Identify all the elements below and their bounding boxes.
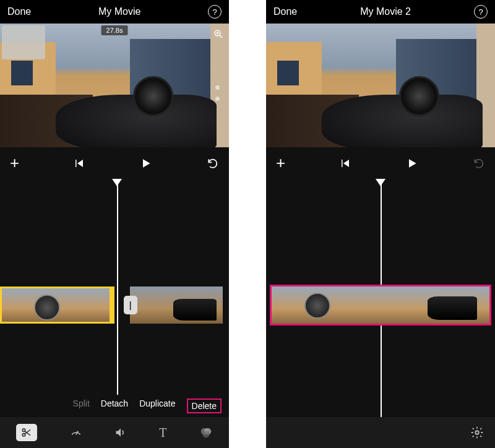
text-tool-icon[interactable]: T bbox=[159, 426, 166, 440]
speed-tool-icon[interactable] bbox=[70, 426, 82, 439]
tool-bar: T bbox=[0, 417, 229, 448]
video-preview[interactable]: 27.8s bbox=[0, 24, 229, 147]
filters-tool-icon[interactable] bbox=[199, 426, 213, 439]
add-media-button[interactable]: + bbox=[10, 153, 19, 173]
svg-point-19 bbox=[475, 431, 479, 434]
clip[interactable] bbox=[381, 286, 489, 324]
transport-controls: + bbox=[266, 147, 495, 179]
timeline[interactable] bbox=[266, 179, 495, 417]
svg-rect-16 bbox=[342, 160, 343, 167]
undo-button[interactable] bbox=[207, 157, 219, 170]
time-badge: 27.8s bbox=[101, 25, 128, 35]
project-title: My Movie bbox=[31, 6, 208, 17]
duplicate-action[interactable]: Duplicate bbox=[139, 398, 175, 413]
volume-tool-icon[interactable] bbox=[114, 426, 127, 439]
detach-action[interactable]: Detach bbox=[101, 398, 128, 413]
video-preview[interactable] bbox=[266, 24, 495, 147]
split-handle[interactable]: | bbox=[124, 296, 137, 314]
project-title: My Movie 2 bbox=[297, 6, 474, 17]
trim-tool-icon[interactable] bbox=[16, 424, 37, 441]
svg-marker-5 bbox=[77, 160, 83, 167]
skip-start-button[interactable] bbox=[340, 158, 351, 169]
svg-marker-18 bbox=[409, 159, 416, 167]
editor-screen-left: Done My Movie ? 27.8s + bbox=[0, 0, 229, 448]
minimap bbox=[2, 25, 45, 59]
zoom-icon[interactable] bbox=[212, 27, 225, 41]
svg-marker-17 bbox=[343, 160, 349, 167]
settings-icon[interactable] bbox=[470, 426, 484, 439]
svg-marker-12 bbox=[116, 428, 121, 436]
top-bar: Done My Movie 2 ? bbox=[266, 0, 495, 24]
add-media-button[interactable]: + bbox=[276, 153, 285, 173]
svg-line-1 bbox=[220, 35, 222, 38]
svg-marker-6 bbox=[143, 159, 150, 167]
clip-row bbox=[266, 284, 495, 326]
svg-rect-4 bbox=[75, 160, 77, 167]
clip-action-row: Split Detach Duplicate Delete bbox=[0, 395, 229, 417]
done-button[interactable]: Done bbox=[7, 6, 31, 17]
clip-row: | bbox=[0, 284, 229, 326]
timeline[interactable]: | bbox=[0, 179, 229, 395]
split-action[interactable]: Split bbox=[73, 398, 90, 413]
svg-point-15 bbox=[202, 431, 209, 437]
clip-selection-highlight bbox=[270, 285, 491, 325]
skip-start-button[interactable] bbox=[74, 158, 85, 169]
help-button[interactable]: ? bbox=[208, 5, 222, 19]
top-bar: Done My Movie ? bbox=[0, 0, 229, 24]
play-button[interactable] bbox=[140, 157, 152, 170]
clip[interactable] bbox=[130, 286, 223, 324]
clip[interactable] bbox=[272, 286, 381, 324]
delete-action[interactable]: Delete bbox=[187, 398, 222, 413]
editor-screen-right: Done My Movie 2 ? + bbox=[266, 0, 495, 448]
tool-bar bbox=[266, 417, 495, 448]
done-button[interactable]: Done bbox=[273, 6, 297, 17]
help-button[interactable]: ? bbox=[474, 5, 488, 19]
undo-button[interactable] bbox=[473, 157, 485, 170]
clip-selected[interactable] bbox=[0, 286, 114, 324]
transport-controls: + bbox=[0, 147, 229, 179]
play-button[interactable] bbox=[406, 157, 418, 170]
